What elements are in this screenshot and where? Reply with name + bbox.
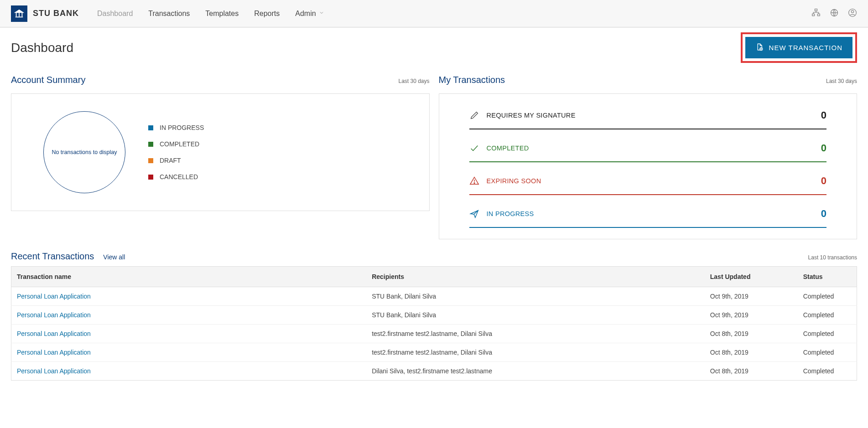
recent-title: Recent Transactions [11, 251, 94, 262]
recent-transactions-table: Transaction name Recipients Last Updated… [11, 266, 857, 381]
nav-label: Dashboard [97, 10, 133, 18]
metric-label: REQUIRES MY SIGNATURE [487, 112, 814, 119]
updated-cell: Oct 9th, 2019 [705, 287, 798, 306]
account-summary-panel: Account Summary Last 30 days No transact… [11, 75, 430, 239]
legend-label: IN PROGRESS [160, 124, 204, 131]
summary-legend: IN PROGRESS COMPLETED DRAFT CANCELL [148, 124, 204, 180]
warning-icon [469, 176, 479, 186]
legend-swatch [148, 125, 153, 130]
legend-swatch [148, 175, 153, 180]
top-right-icons [811, 8, 857, 19]
nav-admin[interactable]: Admin [295, 10, 324, 18]
status-cell: Completed [798, 325, 857, 343]
metric-value: 0 [821, 208, 826, 220]
nav-reports[interactable]: Reports [254, 10, 280, 18]
pencil-icon [469, 110, 479, 120]
metric-value: 0 [821, 142, 826, 154]
recent-subtitle: Last 10 transactions [808, 254, 857, 261]
my-transactions-panel: My Transactions Last 30 days REQUIRES MY… [439, 75, 858, 239]
table-row: Personal Loan Applicationtest2.firstname… [11, 325, 857, 343]
table-row: Personal Loan ApplicationDilani Silva, t… [11, 362, 857, 381]
metric-requires-signature[interactable]: REQUIRES MY SIGNATURE 0 [469, 105, 827, 129]
metric-label: IN PROGRESS [487, 210, 814, 217]
bank-icon [11, 5, 27, 22]
recipients-cell: test2.firstname test2.lastname, Dilani S… [366, 343, 705, 362]
check-icon [469, 143, 479, 153]
sitemap-icon[interactable] [811, 8, 821, 19]
summary-empty-text: No transactions to display [52, 149, 117, 155]
table-row: Personal Loan ApplicationSTU Bank, Dilan… [11, 306, 857, 325]
legend-label: CANCELLED [160, 173, 198, 180]
transaction-link[interactable]: Personal Loan Application [17, 293, 91, 300]
legend-draft: DRAFT [148, 157, 204, 164]
metric-completed[interactable]: COMPLETED 0 [469, 138, 827, 162]
legend-swatch [148, 142, 153, 147]
view-all-link[interactable]: View all [103, 253, 125, 261]
globe-icon[interactable] [830, 8, 839, 19]
nav-label: Transactions [148, 10, 190, 18]
updated-cell: Oct 8th, 2019 [705, 325, 798, 343]
col-status: Status [798, 267, 857, 287]
metric-expiring-soon[interactable]: EXPIRING SOON 0 [469, 170, 827, 195]
updated-cell: Oct 8th, 2019 [705, 343, 798, 362]
svg-rect-6 [817, 14, 820, 15]
col-last-updated: Last Updated [705, 267, 798, 287]
status-cell: Completed [798, 306, 857, 325]
nav-label: Reports [254, 10, 280, 18]
new-transaction-highlight: NEW TRANSACTION [741, 32, 857, 63]
metric-value: 0 [821, 109, 826, 121]
new-transaction-label: NEW TRANSACTION [769, 44, 842, 52]
metric-value: 0 [821, 175, 826, 187]
legend-cancelled: CANCELLED [148, 173, 204, 180]
nav-label: Admin [295, 10, 316, 18]
nav-dashboard[interactable]: Dashboard [97, 10, 133, 18]
status-cell: Completed [798, 287, 857, 306]
recent-transactions-header: Recent Transactions View all Last 10 tra… [11, 251, 857, 262]
nav-label: Templates [205, 10, 239, 18]
metric-label: EXPIRING SOON [487, 177, 814, 185]
title-bar: Dashboard NEW TRANSACTION [11, 32, 857, 63]
transaction-link[interactable]: Personal Loan Application [17, 330, 91, 337]
brand-name: STU BANK [33, 9, 79, 18]
summary-chart: No transactions to display [43, 111, 125, 193]
nav-transactions[interactable]: Transactions [148, 10, 190, 18]
legend-swatch [148, 158, 153, 163]
updated-cell: Oct 9th, 2019 [705, 306, 798, 325]
col-recipients: Recipients [366, 267, 705, 287]
legend-label: DRAFT [160, 157, 181, 164]
status-cell: Completed [798, 343, 857, 362]
new-transaction-button[interactable]: NEW TRANSACTION [745, 37, 852, 58]
svg-point-9 [851, 10, 853, 12]
metric-in-progress[interactable]: IN PROGRESS 0 [469, 203, 827, 228]
metric-label: COMPLETED [487, 144, 814, 152]
my-transactions-title: My Transactions [439, 75, 826, 85]
svg-point-12 [474, 183, 475, 184]
legend-in-progress: IN PROGRESS [148, 124, 204, 131]
nav-templates[interactable]: Templates [205, 10, 239, 18]
svg-rect-4 [815, 9, 817, 10]
legend-label: COMPLETED [160, 140, 199, 148]
recipients-cell: test2.firstname test2.lastname, Dilani S… [366, 325, 705, 343]
svg-rect-5 [812, 14, 815, 15]
chevron-down-icon [319, 10, 324, 17]
document-plus-icon [755, 42, 764, 53]
transaction-link[interactable]: Personal Loan Application [17, 311, 91, 319]
account-summary-title: Account Summary [11, 75, 398, 85]
paper-plane-icon [469, 209, 479, 219]
table-row: Personal Loan ApplicationSTU Bank, Dilan… [11, 287, 857, 306]
nav-links: Dashboard Transactions Templates Reports… [97, 10, 811, 18]
recipients-cell: STU Bank, Dilani Silva [366, 287, 705, 306]
account-summary-period: Last 30 days [398, 78, 429, 84]
updated-cell: Oct 8th, 2019 [705, 362, 798, 381]
page-title: Dashboard [11, 41, 741, 55]
brand-logo[interactable]: STU BANK [11, 5, 79, 22]
table-row: Personal Loan Applicationtest2.firstname… [11, 343, 857, 362]
top-nav: STU BANK Dashboard Transactions Template… [0, 0, 868, 27]
col-transaction-name: Transaction name [11, 267, 367, 287]
user-icon[interactable] [848, 8, 857, 19]
status-cell: Completed [798, 362, 857, 381]
legend-completed: COMPLETED [148, 140, 204, 148]
recipients-cell: STU Bank, Dilani Silva [366, 306, 705, 325]
transaction-link[interactable]: Personal Loan Application [17, 367, 91, 375]
transaction-link[interactable]: Personal Loan Application [17, 349, 91, 356]
